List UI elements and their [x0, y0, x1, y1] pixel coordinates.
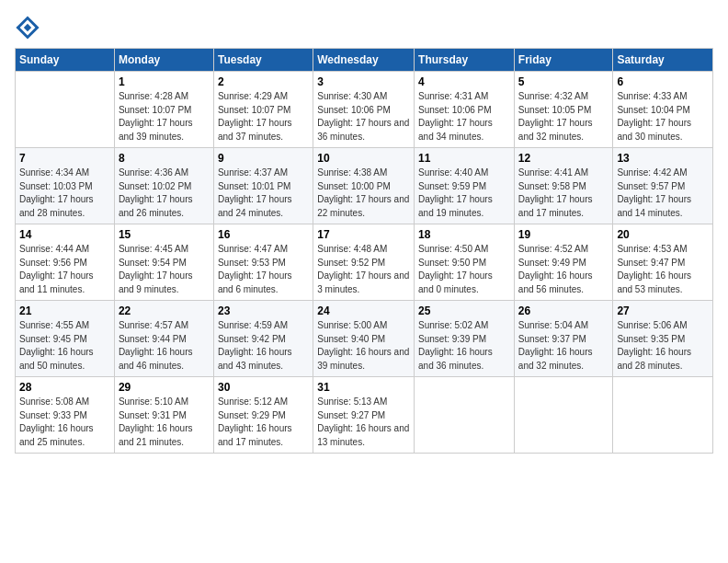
calendar-cell: 29Sunrise: 5:10 AM Sunset: 9:31 PM Dayli…: [114, 377, 213, 454]
column-header-tuesday: Tuesday: [213, 49, 313, 72]
calendar-table: SundayMondayTuesdayWednesdayThursdayFrid…: [15, 48, 713, 454]
day-info: Sunrise: 4:42 AM Sunset: 9:57 PM Dayligh…: [617, 167, 709, 220]
calendar-cell: 26Sunrise: 5:04 AM Sunset: 9:37 PM Dayli…: [514, 301, 613, 377]
day-number: 22: [119, 304, 210, 317]
calendar-week-row: 7Sunrise: 4:34 AM Sunset: 10:03 PM Dayli…: [16, 148, 713, 224]
day-info: Sunrise: 4:31 AM Sunset: 10:06 PM Daylig…: [418, 90, 510, 144]
calendar-cell: 4Sunrise: 4:31 AM Sunset: 10:06 PM Dayli…: [415, 72, 515, 148]
day-number: 31: [317, 381, 410, 394]
calendar-cell: 27Sunrise: 5:06 AM Sunset: 9:35 PM Dayli…: [613, 301, 713, 377]
day-number: 10: [317, 152, 410, 165]
day-number: 25: [418, 304, 510, 317]
day-info: Sunrise: 5:00 AM Sunset: 9:40 PM Dayligh…: [317, 319, 410, 373]
calendar-cell: 7Sunrise: 4:34 AM Sunset: 10:03 PM Dayli…: [16, 148, 115, 224]
calendar-week-row: 1Sunrise: 4:28 AM Sunset: 10:07 PM Dayli…: [16, 72, 713, 148]
calendar-week-row: 14Sunrise: 4:44 AM Sunset: 9:56 PM Dayli…: [16, 224, 713, 301]
calendar-cell: 5Sunrise: 4:32 AM Sunset: 10:05 PM Dayli…: [514, 72, 613, 148]
logo-icon: [15, 15, 40, 40]
logo: [15, 15, 44, 40]
day-info: Sunrise: 4:48 AM Sunset: 9:52 PM Dayligh…: [317, 243, 410, 296]
day-info: Sunrise: 5:13 AM Sunset: 9:27 PM Dayligh…: [317, 396, 410, 449]
day-number: 21: [19, 304, 110, 317]
day-info: Sunrise: 4:57 AM Sunset: 9:44 PM Dayligh…: [119, 319, 210, 373]
calendar-cell: 24Sunrise: 5:00 AM Sunset: 9:40 PM Dayli…: [313, 301, 415, 377]
calendar-cell: 11Sunrise: 4:40 AM Sunset: 9:59 PM Dayli…: [415, 148, 515, 224]
day-number: 6: [617, 75, 709, 88]
day-info: Sunrise: 4:33 AM Sunset: 10:04 PM Daylig…: [617, 90, 709, 144]
calendar-week-row: 28Sunrise: 5:08 AM Sunset: 9:33 PM Dayli…: [16, 377, 713, 454]
calendar-cell: 13Sunrise: 4:42 AM Sunset: 9:57 PM Dayli…: [613, 148, 713, 224]
day-info: Sunrise: 4:44 AM Sunset: 9:56 PM Dayligh…: [19, 243, 110, 296]
day-info: Sunrise: 5:12 AM Sunset: 9:29 PM Dayligh…: [218, 396, 309, 449]
page-header: [15, 15, 713, 40]
day-info: Sunrise: 4:38 AM Sunset: 10:00 PM Daylig…: [317, 167, 410, 220]
day-info: Sunrise: 4:47 AM Sunset: 9:53 PM Dayligh…: [218, 243, 309, 296]
calendar-cell: 10Sunrise: 4:38 AM Sunset: 10:00 PM Dayl…: [313, 148, 415, 224]
day-info: Sunrise: 4:37 AM Sunset: 10:01 PM Daylig…: [218, 167, 309, 220]
day-number: 1: [119, 75, 210, 88]
calendar-cell: 17Sunrise: 4:48 AM Sunset: 9:52 PM Dayli…: [313, 224, 415, 301]
calendar-cell: 14Sunrise: 4:44 AM Sunset: 9:56 PM Dayli…: [16, 224, 115, 301]
day-number: 29: [119, 381, 210, 394]
calendar-cell: 23Sunrise: 4:59 AM Sunset: 9:42 PM Dayli…: [213, 301, 313, 377]
calendar-cell: 16Sunrise: 4:47 AM Sunset: 9:53 PM Dayli…: [213, 224, 313, 301]
day-number: 14: [19, 228, 110, 241]
day-number: 28: [19, 381, 110, 394]
calendar-cell: 1Sunrise: 4:28 AM Sunset: 10:07 PM Dayli…: [114, 72, 213, 148]
day-number: 16: [218, 228, 309, 241]
day-number: 2: [218, 75, 309, 88]
calendar-cell: 25Sunrise: 5:02 AM Sunset: 9:39 PM Dayli…: [415, 301, 515, 377]
day-info: Sunrise: 4:36 AM Sunset: 10:02 PM Daylig…: [119, 167, 210, 220]
calendar-cell: [514, 377, 613, 454]
calendar-cell: 3Sunrise: 4:30 AM Sunset: 10:06 PM Dayli…: [313, 72, 415, 148]
calendar-cell: 21Sunrise: 4:55 AM Sunset: 9:45 PM Dayli…: [16, 301, 115, 377]
column-header-monday: Monday: [114, 49, 213, 72]
day-info: Sunrise: 4:53 AM Sunset: 9:47 PM Dayligh…: [617, 243, 709, 296]
day-info: Sunrise: 4:34 AM Sunset: 10:03 PM Daylig…: [19, 167, 110, 220]
column-header-friday: Friday: [514, 49, 613, 72]
day-number: 11: [418, 152, 510, 165]
calendar-cell: 18Sunrise: 4:50 AM Sunset: 9:50 PM Dayli…: [415, 224, 515, 301]
day-number: 26: [518, 304, 609, 317]
day-number: 7: [19, 152, 110, 165]
column-header-wednesday: Wednesday: [313, 49, 415, 72]
calendar-header-row: SundayMondayTuesdayWednesdayThursdayFrid…: [16, 49, 713, 72]
day-info: Sunrise: 4:28 AM Sunset: 10:07 PM Daylig…: [119, 90, 210, 144]
calendar-cell: 19Sunrise: 4:52 AM Sunset: 9:49 PM Dayli…: [514, 224, 613, 301]
column-header-saturday: Saturday: [613, 49, 713, 72]
calendar-cell: [415, 377, 515, 454]
day-info: Sunrise: 5:06 AM Sunset: 9:35 PM Dayligh…: [617, 319, 709, 373]
day-number: 3: [317, 75, 410, 88]
calendar-cell: 9Sunrise: 4:37 AM Sunset: 10:01 PM Dayli…: [213, 148, 313, 224]
day-number: 8: [119, 152, 210, 165]
day-info: Sunrise: 4:55 AM Sunset: 9:45 PM Dayligh…: [19, 319, 110, 373]
day-info: Sunrise: 5:02 AM Sunset: 9:39 PM Dayligh…: [418, 319, 510, 373]
calendar-cell: [613, 377, 713, 454]
day-number: 19: [518, 228, 609, 241]
day-info: Sunrise: 4:30 AM Sunset: 10:06 PM Daylig…: [317, 90, 410, 144]
column-header-thursday: Thursday: [415, 49, 515, 72]
day-number: 30: [218, 381, 309, 394]
calendar-cell: 31Sunrise: 5:13 AM Sunset: 9:27 PM Dayli…: [313, 377, 415, 454]
day-number: 17: [317, 228, 410, 241]
day-info: Sunrise: 4:59 AM Sunset: 9:42 PM Dayligh…: [218, 319, 309, 373]
calendar-cell: 22Sunrise: 4:57 AM Sunset: 9:44 PM Dayli…: [114, 301, 213, 377]
day-info: Sunrise: 4:45 AM Sunset: 9:54 PM Dayligh…: [119, 243, 210, 296]
day-number: 23: [218, 304, 309, 317]
day-info: Sunrise: 5:08 AM Sunset: 9:33 PM Dayligh…: [19, 396, 110, 449]
calendar-cell: 8Sunrise: 4:36 AM Sunset: 10:02 PM Dayli…: [114, 148, 213, 224]
day-info: Sunrise: 5:10 AM Sunset: 9:31 PM Dayligh…: [119, 396, 210, 449]
day-number: 24: [317, 304, 410, 317]
day-number: 4: [418, 75, 510, 88]
calendar-cell: 12Sunrise: 4:41 AM Sunset: 9:58 PM Dayli…: [514, 148, 613, 224]
day-info: Sunrise: 4:52 AM Sunset: 9:49 PM Dayligh…: [518, 243, 609, 296]
day-number: 5: [518, 75, 609, 88]
day-number: 18: [418, 228, 510, 241]
calendar-cell: 2Sunrise: 4:29 AM Sunset: 10:07 PM Dayli…: [213, 72, 313, 148]
calendar-week-row: 21Sunrise: 4:55 AM Sunset: 9:45 PM Dayli…: [16, 301, 713, 377]
calendar-cell: [16, 72, 115, 148]
calendar-cell: 20Sunrise: 4:53 AM Sunset: 9:47 PM Dayli…: [613, 224, 713, 301]
day-info: Sunrise: 4:40 AM Sunset: 9:59 PM Dayligh…: [418, 167, 510, 220]
day-info: Sunrise: 4:50 AM Sunset: 9:50 PM Dayligh…: [418, 243, 510, 296]
day-info: Sunrise: 4:32 AM Sunset: 10:05 PM Daylig…: [518, 90, 609, 144]
